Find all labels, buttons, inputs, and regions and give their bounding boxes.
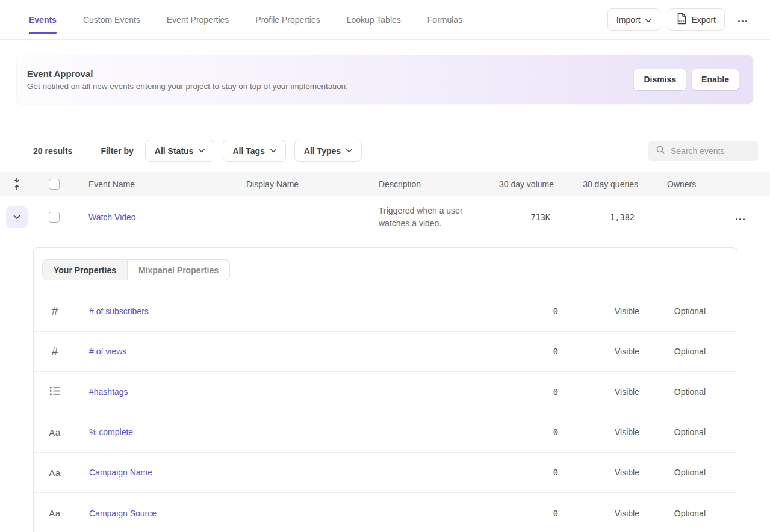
header-description: Description bbox=[365, 179, 481, 189]
collapse-row-button[interactable] bbox=[6, 206, 28, 228]
row-checkbox[interactable] bbox=[49, 212, 60, 223]
export-button-label: Export bbox=[692, 15, 716, 25]
property-visibility: Visible bbox=[562, 509, 639, 518]
filter-bar: 20 results Filter by All Status All Tags… bbox=[0, 140, 770, 162]
chevron-down-icon bbox=[199, 149, 205, 153]
lexicon-page: EventsCustom EventsEvent PropertiesProfi… bbox=[0, 0, 770, 532]
tab-events[interactable]: Events bbox=[29, 13, 57, 27]
select-all-checkbox[interactable] bbox=[49, 179, 60, 190]
banner-description: Get notified on all new events entering … bbox=[27, 82, 348, 91]
property-count: 0 bbox=[514, 427, 562, 437]
banner-text: Event Approval Get notified on all new e… bbox=[27, 69, 348, 91]
all-types-label: All Types bbox=[304, 146, 341, 156]
properties-segmented-control: Your PropertiesMixpanel Properties bbox=[42, 259, 230, 280]
text-type-icon: Aa bbox=[49, 427, 60, 438]
property-visibility: Visible bbox=[562, 427, 639, 437]
text-type-icon: Aa bbox=[49, 468, 60, 478]
divider bbox=[87, 141, 87, 161]
csv-file-icon: csv bbox=[677, 13, 687, 26]
property-name-link[interactable]: # of subscribers bbox=[89, 306, 149, 316]
property-count: 0 bbox=[514, 468, 562, 477]
tab-mixpanel-properties[interactable]: Mixpanel Properties bbox=[128, 259, 230, 280]
event-approval-banner: Event Approval Get notified on all new e… bbox=[17, 55, 753, 104]
header-display-name: Display Name bbox=[233, 179, 365, 189]
property-name-link[interactable]: Campaign Source bbox=[89, 509, 157, 518]
svg-text:csv: csv bbox=[678, 19, 685, 22]
property-count: 0 bbox=[514, 509, 562, 518]
ellipsis-icon bbox=[738, 20, 747, 22]
property-row-campaign-name: # Aa Campaign Name 0 Visible Optional bbox=[34, 453, 737, 493]
property-count: 0 bbox=[514, 387, 562, 397]
dismiss-button[interactable]: Dismiss bbox=[634, 69, 686, 90]
row-more-options-button[interactable] bbox=[730, 209, 751, 226]
property-visibility: Visible bbox=[562, 347, 639, 356]
property-row-hashtags: # Aa #hashtags 0 Visible Optional bbox=[34, 372, 737, 412]
properties-list: # Aa # of subscribers 0 Visible Optional… bbox=[34, 291, 737, 532]
property-requirement: Optional bbox=[639, 306, 706, 316]
property-name-link[interactable]: #hashtags bbox=[89, 387, 128, 397]
property-name-link[interactable]: Campaign Name bbox=[89, 468, 152, 477]
banner-title: Event Approval bbox=[27, 69, 348, 79]
all-tags-label: All Tags bbox=[232, 146, 264, 156]
property-visibility: Visible bbox=[562, 468, 639, 477]
nav-actions: Import csv Export bbox=[607, 8, 753, 31]
enable-button[interactable]: Enable bbox=[692, 69, 739, 90]
events-table-header: Event Name Display Name Description 30 d… bbox=[0, 172, 770, 196]
property-count: 0 bbox=[514, 347, 562, 356]
property-visibility: Visible bbox=[562, 306, 639, 316]
search-input[interactable] bbox=[671, 146, 751, 156]
tab-event-properties[interactable]: Event Properties bbox=[167, 13, 229, 27]
event-properties-panel: Your PropertiesMixpanel Properties # Aa … bbox=[33, 247, 737, 532]
ellipsis-icon bbox=[736, 218, 745, 220]
chevron-down-icon bbox=[13, 215, 20, 220]
property-row-of-views: # Aa # of views 0 Visible Optional bbox=[34, 332, 737, 372]
nav-tabs: EventsCustom EventsEvent PropertiesProfi… bbox=[29, 13, 462, 27]
header-queries: 30 day queries bbox=[554, 179, 638, 189]
banner-actions: Dismiss Enable bbox=[634, 69, 739, 90]
text-type-icon: Aa bbox=[49, 508, 60, 518]
filter-by-label: Filter by bbox=[101, 146, 133, 156]
property-row-of-subscribers: # Aa # of subscribers 0 Visible Optional bbox=[34, 291, 737, 332]
tab-profile-properties[interactable]: Profile Properties bbox=[255, 13, 320, 27]
tab-your-properties[interactable]: Your Properties bbox=[42, 259, 128, 280]
more-options-button[interactable] bbox=[732, 11, 753, 28]
search-events-box[interactable] bbox=[648, 141, 758, 161]
collapse-all-icon[interactable] bbox=[13, 177, 21, 192]
number-type-icon: # bbox=[52, 345, 58, 358]
import-button[interactable]: Import bbox=[607, 8, 660, 31]
header-volume: 30 day volume bbox=[481, 179, 554, 189]
queries-cell: 1,382 bbox=[554, 212, 638, 222]
properties-tab-bar: Your PropertiesMixpanel Properties bbox=[34, 248, 737, 291]
event-name-link[interactable]: Watch Video bbox=[88, 212, 136, 222]
list-type-icon bbox=[50, 386, 60, 397]
property-requirement: Optional bbox=[639, 427, 706, 437]
property-requirement: Optional bbox=[639, 509, 706, 518]
tab-lookup-tables[interactable]: Lookup Tables bbox=[347, 13, 401, 27]
property-requirement: Optional bbox=[639, 347, 706, 356]
number-type-icon: # bbox=[52, 305, 58, 318]
property-row-campaign-source: # Aa Campaign Source 0 Visible Optional bbox=[34, 493, 737, 532]
all-tags-dropdown[interactable]: All Tags bbox=[223, 140, 285, 162]
import-button-label: Import bbox=[616, 15, 641, 25]
event-row-watch-video: Watch Video Triggered when a user watche… bbox=[0, 196, 770, 238]
property-requirement: Optional bbox=[639, 468, 706, 477]
search-icon bbox=[656, 145, 665, 157]
all-status-label: All Status bbox=[155, 146, 194, 156]
property-name-link[interactable]: % complete bbox=[89, 427, 133, 437]
property-requirement: Optional bbox=[639, 387, 706, 397]
header-owners: Owners bbox=[638, 179, 710, 189]
property-name-link[interactable]: # of views bbox=[89, 347, 126, 356]
export-button[interactable]: csv Export bbox=[668, 8, 725, 31]
volume-cell: 713K bbox=[481, 212, 554, 222]
description-cell: Triggered when a user watches a video. bbox=[365, 205, 481, 230]
all-types-dropdown[interactable]: All Types bbox=[294, 140, 362, 162]
property-row-complete: # Aa % complete 0 Visible Optional bbox=[34, 412, 737, 453]
top-nav: EventsCustom EventsEvent PropertiesProfi… bbox=[0, 0, 770, 40]
tab-custom-events[interactable]: Custom Events bbox=[83, 13, 140, 27]
results-count: 20 results bbox=[33, 146, 72, 156]
filter-left: 20 results Filter by All Status All Tags… bbox=[33, 140, 370, 162]
tab-formulas[interactable]: Formulas bbox=[427, 13, 462, 27]
all-status-dropdown[interactable]: All Status bbox=[145, 140, 215, 162]
property-visibility: Visible bbox=[562, 387, 639, 397]
chevron-down-icon bbox=[346, 149, 352, 153]
